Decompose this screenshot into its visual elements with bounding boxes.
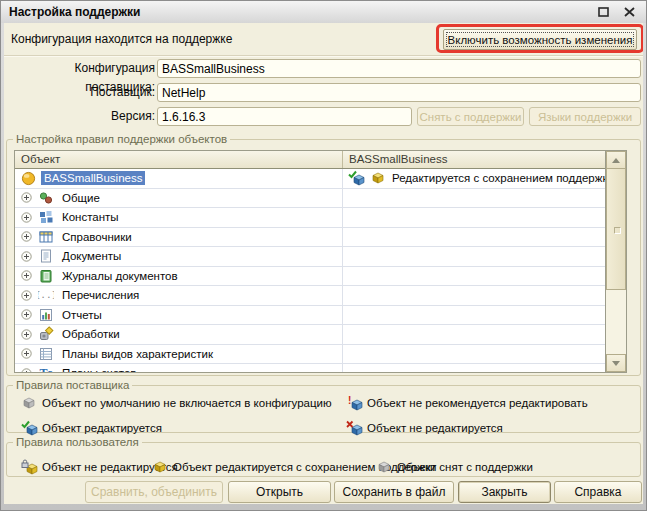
expand-icon[interactable] (21, 212, 32, 223)
support-cell[interactable] (343, 267, 626, 286)
legend-label: Объект редактируется (42, 422, 162, 434)
object-label[interactable]: Справочники (59, 230, 135, 244)
support-cell[interactable] (343, 345, 626, 364)
expand-icon[interactable] (21, 270, 32, 281)
object-cell[interactable]: {..}Перечисления (15, 286, 343, 305)
vertical-scrollbar[interactable] (605, 151, 626, 372)
reports-icon (38, 307, 54, 323)
help-button[interactable]: Справка (554, 481, 642, 503)
vendor-label: Поставщик: (7, 83, 155, 102)
version-label: Версия: (7, 107, 155, 126)
object-label[interactable]: Документы (59, 249, 124, 263)
table-row[interactable]: Обработки (15, 325, 626, 345)
table-row[interactable]: Отчеты (15, 306, 626, 326)
object-label[interactable]: Общие (59, 191, 103, 205)
object-label[interactable]: Журналы документов (59, 269, 181, 283)
support-cell[interactable] (343, 325, 626, 344)
enable-changes-button[interactable]: Включить возможность изменения (443, 29, 637, 50)
expand-icon[interactable] (21, 231, 32, 242)
table-row[interactable]: Документы (15, 247, 626, 267)
scroll-up-icon (612, 158, 620, 163)
object-cell[interactable]: Общие (15, 189, 343, 208)
table-row[interactable]: Планы видов характеристик (15, 345, 626, 365)
object-cell[interactable]: Справочники (15, 228, 343, 247)
object-cell[interactable]: BASSmallBusiness (15, 169, 343, 188)
legend-label: Объект снят с поддержки (397, 461, 533, 473)
object-cell[interactable]: Документы (15, 247, 343, 266)
support-cell[interactable] (343, 208, 626, 227)
support-status-text: Конфигурация находится на поддержке (11, 32, 232, 46)
cube-blue-excl-icon: ! (346, 395, 363, 411)
support-cell[interactable] (343, 306, 626, 325)
support-status-label: Редактируется с сохранением поддержки (392, 172, 614, 184)
legend-label: Объект по умолчанию не включается в конф… (42, 397, 332, 409)
expand-icon[interactable] (21, 290, 32, 301)
svg-text:{..}: {..} (38, 290, 54, 301)
support-cell[interactable] (343, 189, 626, 208)
table-row[interactable]: BASSmallBusinessРедактируется с сохранен… (15, 169, 626, 189)
expand-icon[interactable] (21, 192, 32, 203)
table-row[interactable]: ТсПланы счетов (15, 364, 626, 373)
object-cell[interactable]: Отчеты (15, 306, 343, 325)
column-header-object[interactable]: Объект (15, 151, 343, 168)
object-label[interactable]: Перечисления (59, 288, 142, 302)
expand-icon[interactable] (21, 251, 32, 262)
support-rules-table[interactable]: Объект BASSmallBusiness BASSmallBusiness… (14, 150, 627, 373)
maximize-button[interactable] (594, 4, 612, 20)
object-cell[interactable]: Планы видов характеристик (15, 345, 343, 364)
vendor-config-field[interactable] (157, 59, 641, 78)
support-languages-button[interactable]: Языки поддержки (529, 107, 641, 126)
cube-gray-icon (376, 459, 393, 475)
support-cell[interactable] (343, 364, 626, 373)
compare-merge-button[interactable]: Сравнить, объединить (85, 481, 223, 503)
open-button[interactable]: Открыть (228, 481, 331, 503)
close-button[interactable] (620, 4, 638, 20)
close-dialog-button[interactable]: Закрыть (458, 481, 551, 503)
support-cell[interactable]: Редактируется с сохранением поддержки (343, 169, 626, 188)
expand-icon[interactable] (21, 368, 32, 373)
expand-icon[interactable] (21, 329, 32, 340)
constants-icon (38, 209, 54, 225)
documents-icon (38, 248, 54, 264)
object-label[interactable]: Планы видов характеристик (59, 347, 216, 361)
accounts-icon: Тс (38, 365, 54, 373)
close-icon (624, 7, 635, 17)
journals-icon (38, 268, 54, 284)
table-row[interactable]: Справочники (15, 228, 626, 248)
object-cell[interactable]: Журналы документов (15, 267, 343, 286)
object-label[interactable]: Константы (59, 210, 122, 224)
support-cell[interactable] (343, 286, 626, 305)
object-label[interactable]: Отчеты (59, 308, 105, 322)
cube-blue-cross-icon (346, 420, 363, 436)
remove-support-button[interactable]: Снять с поддержки (417, 107, 524, 126)
svg-text:!: ! (348, 395, 351, 406)
table-row[interactable]: Константы (15, 208, 626, 228)
scrollbar-track[interactable] (606, 290, 626, 354)
object-label[interactable]: Планы счетов (59, 366, 139, 373)
object-cell[interactable]: Константы (15, 208, 343, 227)
version-field[interactable] (157, 107, 412, 126)
svg-text:Тс: Тс (40, 366, 54, 373)
expand-icon[interactable] (21, 309, 32, 320)
vendor-field[interactable] (157, 83, 641, 102)
support-cell[interactable] (343, 247, 626, 266)
column-header-support[interactable]: BASSmallBusiness (343, 151, 605, 168)
scroll-up-button[interactable] (606, 151, 626, 169)
object-label[interactable]: Обработки (59, 327, 123, 341)
object-label[interactable]: BASSmallBusiness (41, 171, 145, 185)
expand-icon[interactable] (21, 348, 32, 359)
save-to-file-button[interactable]: Сохранить в файл (334, 481, 454, 503)
vendor-rules-title: Правила поставщика (13, 379, 132, 391)
object-cell[interactable]: ТсПланы счетов (15, 364, 343, 373)
support-cell[interactable] (343, 228, 626, 247)
common-icon (38, 190, 54, 206)
scrollbar-thumb[interactable] (606, 169, 626, 290)
table-row[interactable]: {..}Перечисления (15, 286, 626, 306)
scroll-down-button[interactable] (606, 354, 626, 372)
object-cell[interactable]: Обработки (15, 325, 343, 344)
table-row[interactable]: Общие (15, 189, 626, 209)
dialog-body: Конфигурация находится на поддержке Вклю… (4, 23, 643, 504)
table-row[interactable]: Журналы документов (15, 267, 626, 287)
rules-groupbox-title: Настройка правил поддержки объектов (13, 133, 230, 145)
cube-blue-check-icon (348, 170, 365, 186)
